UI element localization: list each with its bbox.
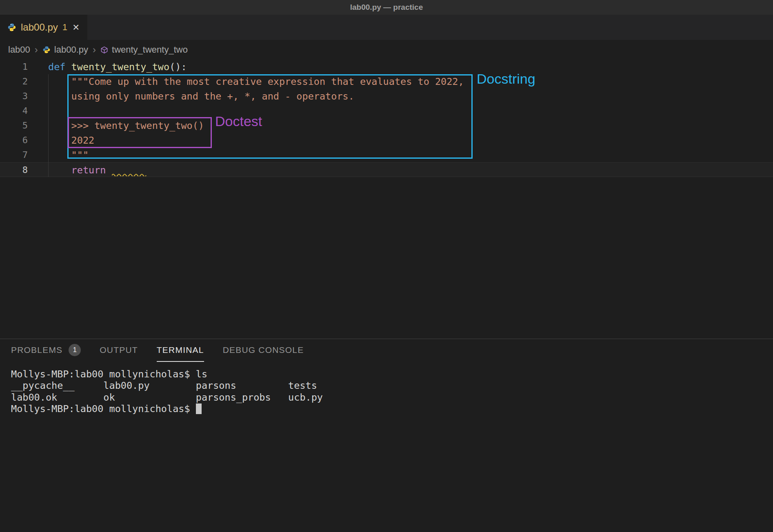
code-line-5[interactable]: 5 >>> twenty_twenty_two()	[0, 118, 773, 133]
close-icon[interactable]: ×	[72, 22, 80, 33]
breadcrumb-item-symbol[interactable]: twenty_twenty_two	[112, 44, 188, 55]
code-line-3[interactable]: 3 using only numbers and the +, *, and -…	[0, 89, 773, 104]
code-line-4[interactable]: 4	[0, 104, 773, 118]
line-number: 6	[0, 133, 28, 148]
code-text: def twenty_twenty_two():	[28, 60, 187, 74]
indent-guide	[48, 74, 49, 177]
code-text: >>> twenty_twenty_two()	[28, 118, 204, 133]
code-editor: 1 def twenty_twenty_two(): 2 """Come up …	[0, 60, 773, 177]
tab-strip: lab00.py 1 ×	[0, 15, 773, 40]
docstring-close-text: """	[48, 149, 89, 161]
code-token: ():	[169, 61, 187, 73]
vscode-window: lab00.py — practice lab00.py 1 × lab00 ›	[0, 0, 773, 532]
code-text: """	[28, 148, 89, 162]
tab-label: lab00.py	[21, 22, 58, 33]
breadcrumb: lab00 › lab00.py › twenty_twenty_two	[0, 40, 773, 60]
tab-problems-badge: 1	[62, 22, 67, 33]
function-name: twenty_twenty_two	[71, 61, 170, 73]
code-line-1[interactable]: 1 def twenty_twenty_two():	[0, 60, 773, 74]
line-number: 7	[0, 148, 28, 162]
terminal-line: Mollys-MBP:lab00 mollynicholas$ ls	[11, 368, 773, 380]
docstring-text: """Come up with the most creative expres…	[48, 76, 464, 87]
tab-problems[interactable]: PROBLEMS 1	[11, 339, 81, 362]
doctest-call-text: >>> twenty_twenty_two()	[48, 120, 204, 131]
terminal[interactable]: Mollys-MBP:lab00 mollynicholas$ ls __pyc…	[0, 368, 773, 415]
warning-squiggle-icon	[112, 163, 147, 177]
panel-tab-label: OUTPUT	[100, 345, 138, 355]
line-number: 3	[0, 89, 28, 104]
breadcrumb-item-folder[interactable]: lab00	[8, 44, 30, 55]
symbol-method-icon	[100, 46, 108, 54]
code-indent	[48, 164, 71, 176]
panel-tab-label: PROBLEMS	[11, 345, 62, 355]
line-number: 4	[0, 104, 28, 118]
tab-debug-console[interactable]: DEBUG CONSOLE	[223, 339, 304, 362]
line-number: 2	[0, 74, 28, 89]
line-number: 8	[0, 163, 28, 177]
docstring-text: using only numbers and the +, *, and - o…	[48, 91, 354, 102]
code-line-8[interactable]: 8 return	[0, 162, 773, 177]
code-text: return	[28, 163, 147, 177]
code-token	[106, 164, 111, 176]
keyword-return: return	[71, 164, 106, 176]
terminal-line: __pycache__ lab00.py parsons tests	[11, 380, 773, 391]
title-bar: lab00.py — practice	[0, 0, 773, 15]
keyword-def: def	[48, 61, 71, 73]
code-line-2[interactable]: 2 """Come up with the most creative expr…	[0, 74, 773, 89]
chevron-right-icon: ›	[92, 44, 97, 55]
code-line-7[interactable]: 7 """	[0, 148, 773, 162]
tab-terminal[interactable]: TERMINAL	[157, 339, 204, 362]
panel-tab-label: TERMINAL	[157, 345, 204, 355]
code-text: 2022	[28, 133, 94, 148]
code-text: using only numbers and the +, *, and - o…	[28, 89, 354, 104]
code-text	[28, 104, 48, 118]
window-title: lab00.py — practice	[350, 3, 423, 12]
python-icon	[42, 46, 51, 54]
terminal-cursor	[196, 403, 202, 414]
breadcrumb-item-file[interactable]: lab00.py	[54, 44, 88, 55]
doctest-result-text: 2022	[48, 135, 94, 146]
panel-tab-label: DEBUG CONSOLE	[223, 345, 304, 355]
chevron-right-icon: ›	[34, 44, 39, 55]
terminal-line: lab00.ok ok parsons_probs ucb.py	[11, 392, 773, 403]
terminal-prompt-line: Mollys-MBP:lab00 mollynicholas$	[11, 403, 773, 415]
code-text: """Come up with the most creative expres…	[28, 74, 464, 89]
line-number: 5	[0, 118, 28, 133]
panel-tab-bar: PROBLEMS 1 OUTPUT TERMINAL DEBUG CONSOLE	[0, 339, 773, 362]
tab-output[interactable]: OUTPUT	[100, 339, 138, 362]
terminal-prompt-text: Mollys-MBP:lab00 mollynicholas$	[11, 403, 196, 415]
line-number: 1	[0, 60, 28, 74]
code-line-6[interactable]: 6 2022	[0, 133, 773, 148]
bottom-panel: PROBLEMS 1 OUTPUT TERMINAL DEBUG CONSOLE…	[0, 339, 773, 532]
python-icon	[7, 23, 16, 32]
problems-count-badge: 1	[69, 344, 81, 356]
tab-lab00-py[interactable]: lab00.py 1 ×	[0, 15, 87, 40]
